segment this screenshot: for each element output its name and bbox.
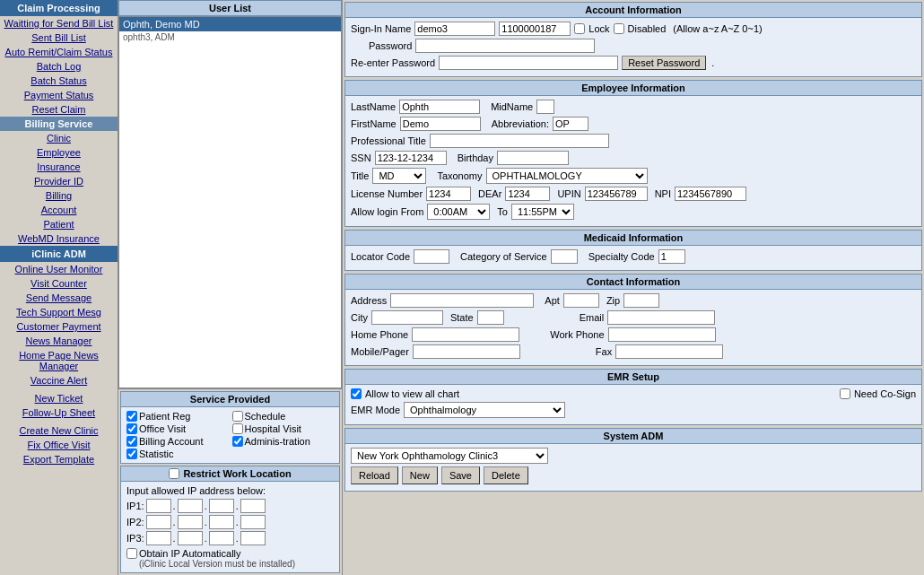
sidebar-item-webmd[interactable]: WebMD Insurance bbox=[0, 231, 118, 246]
sign-in-input[interactable] bbox=[414, 22, 495, 36]
apt-input[interactable] bbox=[563, 293, 599, 308]
sidebar-item-employee[interactable]: Employee bbox=[0, 145, 118, 160]
specialty-input[interactable] bbox=[658, 249, 685, 264]
service-hospital-visit-check[interactable] bbox=[232, 423, 243, 434]
clinic-select[interactable]: New York Ophthamology Clinic3 bbox=[351, 448, 548, 464]
new-button[interactable]: New bbox=[402, 466, 438, 484]
sidebar-item-sent[interactable]: Sent Bill List bbox=[0, 30, 118, 45]
birthday-input[interactable] bbox=[497, 151, 569, 165]
allow-view-check[interactable] bbox=[351, 388, 362, 399]
sidebar-item-online-user[interactable]: Online User Monitor bbox=[0, 262, 118, 276]
zip-input[interactable] bbox=[623, 293, 659, 308]
ip2-field4[interactable] bbox=[240, 515, 266, 529]
ip1-field1[interactable] bbox=[146, 499, 171, 513]
save-button[interactable]: Save bbox=[441, 466, 480, 484]
npi-input[interactable] bbox=[675, 187, 746, 201]
sidebar-item-tech-support[interactable]: Tech Support Mesg bbox=[0, 305, 118, 319]
work-phone-input[interactable] bbox=[608, 327, 716, 342]
mobile-row: Mobile/Pager Fax bbox=[351, 344, 916, 359]
ip3-field3[interactable] bbox=[209, 531, 234, 545]
sidebar-item-reset-claim[interactable]: Reset Claim bbox=[0, 102, 118, 117]
user-item-0[interactable]: Ophth, Demo MD bbox=[119, 17, 341, 31]
obtain-ip-check[interactable] bbox=[126, 548, 137, 559]
locator-input[interactable] bbox=[414, 249, 449, 264]
email-input[interactable] bbox=[607, 310, 715, 325]
sidebar-item-visit-counter[interactable]: Visit Counter bbox=[0, 276, 118, 291]
ip1-field4[interactable] bbox=[240, 499, 266, 513]
sidebar-item-new-ticket[interactable]: New Ticket bbox=[0, 391, 118, 405]
prof-title-input[interactable] bbox=[430, 134, 609, 148]
ip1-field3[interactable] bbox=[209, 499, 234, 513]
sidebar-item-news-manager[interactable]: News Manager bbox=[0, 334, 118, 348]
address-input[interactable] bbox=[390, 293, 534, 308]
sidebar-item-waiting[interactable]: Waitting for Send Bill List bbox=[0, 16, 118, 30]
sidebar-item-export-template[interactable]: Export Template bbox=[0, 452, 118, 466]
need-cosign-check[interactable] bbox=[840, 388, 850, 399]
upin-input[interactable] bbox=[585, 187, 648, 201]
delete-button[interactable]: Delete bbox=[484, 466, 528, 484]
account-number-input[interactable] bbox=[499, 22, 571, 36]
sidebar-item-follow-up[interactable]: Follow-Up Sheet bbox=[0, 405, 118, 420]
license-input[interactable] bbox=[426, 187, 471, 201]
sidebar-item-account[interactable]: Account bbox=[0, 203, 118, 217]
ip2-field3[interactable] bbox=[209, 515, 234, 529]
first-name-input[interactable] bbox=[400, 117, 481, 131]
sidebar-item-home-page-news[interactable]: Home Page News Manager bbox=[0, 348, 118, 373]
ip3-field4[interactable] bbox=[240, 531, 266, 545]
login-time-row: Allow login From 0:00AM To 11:55PM bbox=[351, 204, 916, 220]
ip3-field2[interactable] bbox=[178, 531, 203, 545]
sidebar-item-provider-id[interactable]: Provider ID bbox=[0, 174, 118, 188]
service-billing-account-check[interactable] bbox=[126, 436, 137, 447]
taxonomy-select[interactable]: OPHTHALMOLOGY bbox=[486, 168, 648, 184]
sidebar-item-customer-payment[interactable]: Customer Payment bbox=[0, 319, 118, 334]
home-phone-input[interactable] bbox=[412, 327, 519, 342]
ip2-field2[interactable] bbox=[178, 515, 203, 529]
disabled-label: Disabled bbox=[628, 23, 667, 34]
reload-button[interactable]: Reload bbox=[351, 466, 398, 484]
login-to-select[interactable]: 11:55PM bbox=[511, 204, 574, 220]
sidebar-item-insurance[interactable]: Insurance bbox=[0, 160, 118, 174]
password-input[interactable] bbox=[415, 39, 595, 53]
sidebar-item-fix-office[interactable]: Fix Office Visit bbox=[0, 438, 118, 452]
disabled-check[interactable] bbox=[614, 23, 624, 34]
sidebar-item-auto-remit[interactable]: Auto Remit/Claim Status bbox=[0, 45, 118, 59]
sidebar-item-vaccine-alert[interactable]: Vaccine Alert bbox=[0, 373, 118, 388]
state-input[interactable] bbox=[477, 310, 504, 325]
sidebar-item-billing[interactable]: Billing bbox=[0, 188, 118, 203]
ip3-field1[interactable] bbox=[146, 531, 171, 545]
ip2-field1[interactable] bbox=[146, 515, 171, 529]
dear-input[interactable] bbox=[505, 187, 550, 201]
sidebar-item-patient[interactable]: Patient bbox=[0, 217, 118, 231]
sidebar-item-send-message[interactable]: Send Message bbox=[0, 291, 118, 305]
last-name-input[interactable] bbox=[399, 100, 480, 114]
mid-name-input[interactable] bbox=[536, 100, 554, 114]
sidebar-item-payment-status[interactable]: Payment Status bbox=[0, 88, 118, 102]
service-statistic-check[interactable] bbox=[126, 449, 137, 459]
sidebar-item-batch-log[interactable]: Batch Log bbox=[0, 59, 118, 74]
sidebar-item-create-clinic[interactable]: Create New Clinic bbox=[0, 423, 118, 438]
lock-check[interactable] bbox=[574, 23, 585, 34]
restrict-work-check[interactable] bbox=[169, 468, 179, 479]
city-input[interactable] bbox=[371, 310, 443, 325]
emr-mode-select[interactable]: Ophthalmology bbox=[404, 402, 565, 418]
ip3-row: IP3: . . . bbox=[126, 531, 334, 545]
sidebar-item-batch-status[interactable]: Batch Status bbox=[0, 74, 118, 88]
login-from-select[interactable]: 0:00AM bbox=[427, 204, 490, 220]
reenter-input[interactable] bbox=[439, 56, 618, 70]
reset-password-button[interactable]: Reset Password bbox=[622, 56, 706, 70]
sidebar-item-clinic[interactable]: Clinic bbox=[0, 131, 118, 145]
fax-input[interactable] bbox=[615, 344, 723, 359]
service-administration-check[interactable] bbox=[232, 436, 243, 447]
ssn-input[interactable] bbox=[375, 151, 447, 165]
service-patient-reg-check[interactable] bbox=[126, 411, 137, 422]
ip-instruction: Input allowed IP address below: bbox=[126, 485, 334, 496]
mobile-input[interactable] bbox=[413, 344, 520, 359]
title-select[interactable]: MD bbox=[372, 168, 426, 184]
birthday-label: Birthday bbox=[458, 152, 493, 163]
service-administration-label: Adminis-tration bbox=[245, 436, 310, 447]
category-input[interactable] bbox=[551, 249, 578, 264]
ip1-field2[interactable] bbox=[178, 499, 203, 513]
abbreviation-input[interactable] bbox=[553, 117, 588, 131]
service-schedule-check[interactable] bbox=[232, 411, 243, 422]
service-office-visit-check[interactable] bbox=[126, 423, 137, 434]
